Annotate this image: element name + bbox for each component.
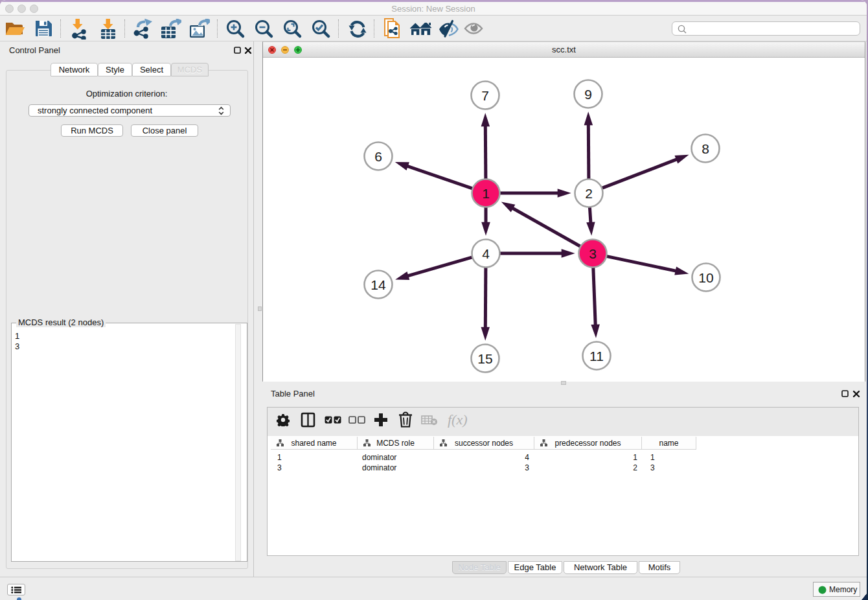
svg-text:10: 10 [698, 270, 713, 285]
svg-text:8: 8 [702, 141, 709, 156]
svg-text:14: 14 [371, 277, 386, 292]
svg-text:2: 2 [585, 186, 593, 201]
svg-text:11: 11 [589, 349, 604, 363]
svg-text:3: 3 [589, 246, 597, 261]
svg-text:15: 15 [477, 351, 492, 366]
svg-text:4: 4 [482, 246, 490, 261]
svg-text:6: 6 [374, 149, 382, 164]
svg-text:1: 1 [482, 186, 490, 201]
svg-text:7: 7 [481, 88, 489, 103]
svg-text:9: 9 [584, 87, 592, 102]
